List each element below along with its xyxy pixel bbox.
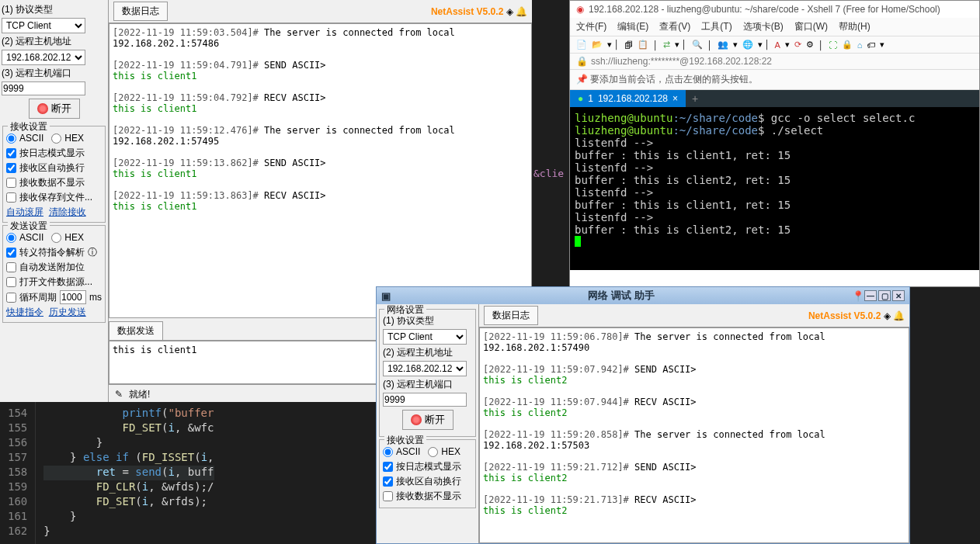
send-title: 发送设置 (8, 220, 50, 233)
na1-left-panel: (1) 协议类型 TCP Client (2) 远程主机地址 192.168.2… (0, 0, 109, 404)
data-send-tab[interactable]: 数据发送 (109, 321, 163, 340)
menu-item[interactable]: 帮助(H) (839, 20, 871, 33)
diamond-icon: ◈ (884, 310, 891, 321)
record-icon (37, 103, 48, 114)
close-button[interactable]: ✕ (892, 290, 905, 301)
tab-name: 192.168.202.128 (598, 93, 668, 104)
font-icon[interactable]: A (775, 40, 780, 50)
auto-scroll-link[interactable]: 自动滚屏 (6, 206, 43, 217)
terminal[interactable]: liuzheng@ubuntu:~/share/code$ gcc -o sel… (570, 107, 979, 270)
send-hex-radio[interactable]: HEX (51, 232, 84, 243)
na2-log-area[interactable]: [2022-11-19 11:59:06.780]# The server is… (479, 327, 909, 543)
home-icon[interactable]: ⌂ (857, 40, 863, 50)
add-tab-button[interactable]: + (686, 92, 704, 105)
port-input[interactable] (2, 81, 85, 95)
search-icon[interactable]: 🔍 (692, 40, 703, 50)
log-area[interactable]: [2022-11-19 11:59:03.504]# The server is… (109, 23, 532, 318)
netassist-title: NetAssist V5.0.2 (431, 6, 503, 17)
gear-icon[interactable]: ⚙ (806, 40, 814, 50)
na2-port-label: (3) 远程主机端口 (383, 378, 472, 391)
na2-window: ▣ 网络 调试 助手 📍 — ▢ ✕ 网络设置 (1) 协议类型 TCP Cli… (376, 286, 910, 544)
host-label: (2) 远程主机地址 (2, 35, 106, 48)
line-gutter: 154155156157158159160161162 (0, 402, 36, 544)
menu-item[interactable]: 选项卡(B) (743, 20, 784, 33)
diamond-icon: ◈ (506, 6, 513, 17)
clear-recv-link[interactable]: 清除接收 (49, 206, 86, 217)
loop-input[interactable] (60, 290, 86, 304)
na2-ascii-radio[interactable]: ASCII (383, 446, 420, 457)
expand-icon[interactable]: ⛶ (829, 40, 837, 50)
record-icon (411, 414, 422, 425)
recv-settings-group: 接收设置 ASCII HEX 按日志模式显示 接收区自动换行 接收数据不显示 接… (2, 126, 106, 223)
na2-titlebar[interactable]: ▣ 网络 调试 助手 📍 — ▢ ✕ (377, 287, 909, 304)
ssh-url: ssh://liuzheng:********@192.168.202.128:… (591, 56, 772, 67)
na2-host-select[interactable]: 192.168.202.128 (383, 361, 467, 376)
folder-open-icon[interactable]: 📂 (592, 40, 603, 50)
data-log-tab[interactable]: 数据日志 (113, 2, 168, 20)
pushpin-icon[interactable]: 📍 (852, 290, 864, 302)
minimize-button[interactable]: — (864, 290, 877, 301)
net-group-title: 网络设置 (384, 304, 426, 317)
na2-auto-wrap-check[interactable]: 接收区自动换行 (383, 475, 472, 488)
clipboard-icon[interactable]: 📋 (638, 40, 648, 50)
na2-proto-select[interactable]: TCP Client (383, 329, 467, 345)
xshell-titlebar: ◉ 192.168.202.128 - liuzheng@ubuntu: ~/s… (570, 1, 979, 18)
xshell-tabstrip: ● 1 192.168.202.128 × + (570, 90, 979, 107)
proto-label: (1) 协议类型 (2, 3, 106, 16)
menu-item[interactable]: 工具(T) (701, 20, 732, 33)
hint-text: 要添加当前会话，点击左侧的箭头按钮。 (590, 74, 758, 85)
na2-right-panel: 数据日志 NetAssist V5.0.2 ◈ 🔔 [2022-11-19 11… (479, 304, 909, 543)
na2-log-mode-check[interactable]: 按日志模式显示 (383, 460, 472, 473)
info-icon: ⓘ (88, 246, 97, 259)
code-area[interactable]: printf("buffer FD_SET(i, &wfc } } else i… (36, 402, 221, 544)
na2-hex-radio[interactable]: HEX (428, 446, 460, 457)
pin-icon: 📌 (576, 74, 588, 85)
xshell-title-text: 192.168.202.128 - liuzheng@ubuntu: ~/sha… (589, 4, 940, 15)
recv-title: 接收设置 (8, 120, 50, 133)
menu-item[interactable]: 文件(F) (576, 20, 606, 33)
na2-port-input[interactable] (383, 393, 467, 407)
connected-dot-icon: ● (578, 93, 583, 104)
menu-item[interactable]: 查看(V) (659, 20, 690, 33)
copy-icon[interactable]: 🗐 (624, 40, 633, 50)
disconnect-button[interactable]: 断开 (29, 99, 80, 119)
proto-select[interactable]: TCP Client (2, 18, 85, 33)
close-tab-icon[interactable]: × (672, 93, 678, 104)
quick-link[interactable]: 快捷指令 (6, 307, 43, 317)
na2-left-panel: 网络设置 (1) 协议类型 TCP Client (2) 远程主机地址 192.… (377, 304, 479, 543)
people-icon[interactable]: 👥 (718, 40, 728, 50)
transfer-icon[interactable]: ⇄ (663, 40, 670, 50)
loop-check[interactable]: 循环周期 ms (6, 290, 102, 304)
recv-hex-radio[interactable]: HEX (51, 133, 84, 144)
open-file-check[interactable]: 打开文件数据源... (6, 275, 102, 289)
bell-icon[interactable]: 🔔 (516, 6, 527, 17)
recv-ascii-radio[interactable]: ASCII (6, 133, 43, 144)
bell-icon[interactable]: 🔔 (893, 310, 905, 321)
send-ascii-radio[interactable]: ASCII (6, 232, 43, 243)
lock-icon[interactable]: 🔒 (842, 40, 853, 50)
log-mode-check[interactable]: 按日志模式显示 (6, 147, 102, 160)
history-link[interactable]: 历史发送 (49, 307, 86, 317)
refresh-icon[interactable]: ⟳ (794, 40, 801, 50)
maximize-button[interactable]: ▢ (878, 290, 891, 301)
menu-item[interactable]: 窗口(W) (794, 20, 828, 33)
na2-disconnect-button[interactable]: 断开 (402, 410, 454, 430)
host-select[interactable]: 192.168.202.128 (2, 50, 85, 65)
status-ready: 就绪! (129, 388, 150, 401)
auto-attach-check[interactable]: 自动发送附加位 (6, 261, 102, 274)
save-file-check[interactable]: 接收保存到文件... (6, 191, 102, 204)
globe-icon[interactable]: 🌐 (742, 40, 753, 50)
xshell-menubar: 文件(F)编辑(E)查看(V)工具(T)选项卡(B)窗口(W)帮助(H) (570, 18, 979, 36)
xshell-icon: ◉ (576, 4, 584, 15)
na2-data-log-tab[interactable]: 数据日志 (484, 306, 538, 324)
xshell-tab-active[interactable]: ● 1 192.168.202.128 × (570, 90, 686, 107)
escape-check[interactable]: 转义符指令解析 ⓘ (6, 246, 102, 259)
hide-recv-check[interactable]: 接收数据不显示 (6, 176, 102, 189)
tag-icon[interactable]: 🏷 (867, 40, 875, 50)
auto-wrap-check[interactable]: 接收区自动换行 (6, 161, 102, 175)
na2-hide-recv-check[interactable]: 接收数据不显示 (383, 490, 472, 503)
partial-code-text: &clie (532, 166, 565, 181)
menu-item[interactable]: 编辑(E) (617, 20, 648, 33)
new-icon[interactable]: 📄 (576, 40, 587, 50)
xshell-address-bar[interactable]: 🔒 ssh://liuzheng:********@192.168.202.12… (570, 54, 979, 70)
